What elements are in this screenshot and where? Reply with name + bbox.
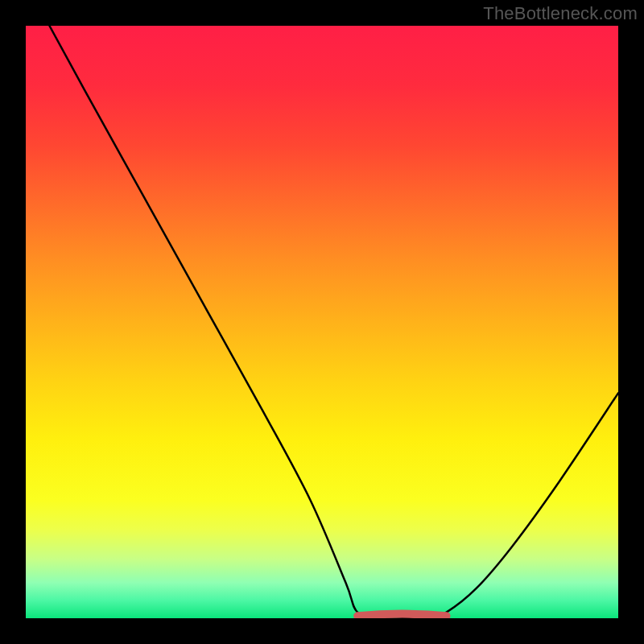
chart-stage: TheBottleneck.com: [0, 0, 644, 644]
chart-plot-area: [26, 26, 618, 618]
optimal-range-marker: [357, 614, 446, 617]
bottleneck-chart: [0, 0, 644, 644]
attribution-label: TheBottleneck.com: [483, 3, 638, 24]
